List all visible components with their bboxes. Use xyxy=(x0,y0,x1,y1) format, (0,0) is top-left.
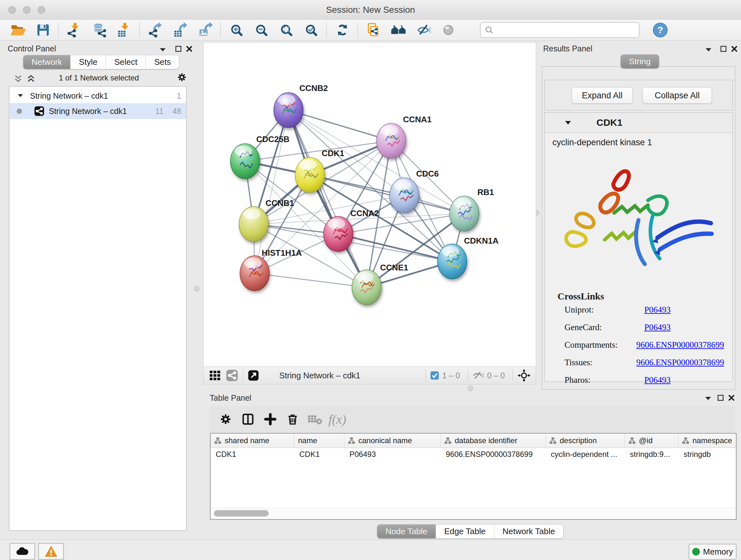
network-options-gear-icon[interactable] xyxy=(176,71,188,83)
string-style-icon[interactable] xyxy=(226,369,238,381)
import-table-from-file-button[interactable] xyxy=(112,20,137,40)
new-network-from-selection-button[interactable] xyxy=(361,20,386,40)
crosslink-link[interactable]: 9606.ENSP00000378699 xyxy=(636,340,724,350)
tab-node-table[interactable]: Node Table xyxy=(377,524,436,538)
save-session-button[interactable] xyxy=(30,20,56,40)
open-session-button[interactable] xyxy=(6,20,30,40)
table-hscrollbar[interactable] xyxy=(211,508,735,518)
zoom-in-button[interactable] xyxy=(224,20,249,40)
tab-style[interactable]: Style xyxy=(71,55,106,69)
tab-select[interactable]: Select xyxy=(106,55,146,69)
column-header-namespace[interactable]: namespace xyxy=(678,434,737,448)
delete-column-trash-icon[interactable] xyxy=(281,408,304,430)
results-panel-float-icon[interactable] xyxy=(720,45,727,52)
edge-CCNB2-CCNE1[interactable] xyxy=(288,110,367,287)
node-CDKN1A[interactable] xyxy=(437,244,467,279)
export-image-button[interactable] xyxy=(193,20,218,40)
control-panel-close-icon[interactable] xyxy=(186,45,193,52)
table-cell[interactable]: CDK1 xyxy=(294,448,344,461)
table-cell[interactable]: P06493 xyxy=(344,448,441,461)
column-header-description[interactable]: description xyxy=(546,434,625,448)
hidden-eye-icon[interactable] xyxy=(472,371,484,380)
table-cell[interactable]: 9606.ENSP00000378699 xyxy=(441,448,546,461)
tab-edge-table[interactable]: Edge Table xyxy=(436,524,494,538)
table-cell[interactable]: CDK1 xyxy=(211,448,294,461)
show-columns-icon[interactable] xyxy=(237,408,259,430)
table-panel-float-icon[interactable] xyxy=(717,394,724,401)
results-panel-close-icon[interactable] xyxy=(731,45,738,52)
open-in-new-window-icon[interactable] xyxy=(247,369,259,381)
node-CCNA2[interactable] xyxy=(324,216,353,252)
edge-HIST1H1A-CCNE1[interactable] xyxy=(255,273,367,287)
cdk1-section-header[interactable]: CDK1 xyxy=(545,113,732,133)
bottom-splitter-handle[interactable] xyxy=(468,386,473,391)
cloud-status-button[interactable] xyxy=(10,543,35,560)
control-panel-menu-chevron-icon[interactable] xyxy=(159,47,166,52)
edge-CDK1-RB1[interactable] xyxy=(310,175,464,213)
edge-CCNB2-CCNA1[interactable] xyxy=(288,110,391,141)
crosslink-link[interactable]: P06493 xyxy=(644,375,671,385)
export-table-button[interactable] xyxy=(168,20,193,40)
collapse-all-chevrons-icon[interactable] xyxy=(13,74,23,83)
search-input[interactable] xyxy=(496,25,639,35)
column-header--id[interactable]: @id xyxy=(625,434,678,448)
import-network-from-database-button[interactable] xyxy=(87,20,112,40)
node-CCNB1[interactable] xyxy=(239,206,268,242)
birds-eye-grid-icon[interactable] xyxy=(209,369,221,382)
tab-sets[interactable]: Sets xyxy=(146,55,179,69)
table-panel-menu-chevron-icon[interactable] xyxy=(704,396,712,401)
table-cell[interactable]: cyclin-dependent ... xyxy=(546,448,625,461)
node-CDK1[interactable] xyxy=(295,158,325,192)
tree-expand-triangle-icon[interactable] xyxy=(17,94,23,98)
import-network-from-file-button[interactable] xyxy=(62,20,87,40)
results-panel-menu-chevron-icon[interactable] xyxy=(704,47,712,52)
protein-structure-image[interactable] xyxy=(554,151,724,285)
create-column-plus-icon[interactable] xyxy=(259,408,281,430)
column-header-canonical-name[interactable]: canonical name xyxy=(344,434,441,448)
help-button[interactable]: ? xyxy=(648,20,673,40)
table-cell[interactable]: stringdb xyxy=(678,448,737,461)
collapse-all-button[interactable]: Collapse All xyxy=(643,87,712,104)
traffic-light-minimize-button[interactable] xyxy=(23,6,30,14)
network-row-selected[interactable]: String Network – cdk1 11 48 xyxy=(10,103,186,119)
apply-preferred-layout-button[interactable] xyxy=(330,20,355,40)
memory-button[interactable]: Memory xyxy=(689,544,737,560)
zoom-fit-content-button[interactable] xyxy=(274,20,299,40)
crosslink-link[interactable]: P06493 xyxy=(644,305,671,315)
table-settings-gear-icon[interactable] xyxy=(214,408,237,430)
node-HIST1H1A[interactable] xyxy=(240,256,269,291)
crosslink-link[interactable]: 9606.ENSP00000378699 xyxy=(636,358,724,368)
hide-selected-button[interactable] xyxy=(411,20,436,40)
export-network-button[interactable] xyxy=(143,20,168,40)
selected-checkbox-icon[interactable] xyxy=(430,371,439,380)
left-splitter-handle[interactable] xyxy=(194,286,199,292)
table-panel-close-icon[interactable] xyxy=(728,394,735,401)
traffic-light-zoom-button[interactable] xyxy=(38,6,45,14)
node-CCNB2[interactable] xyxy=(274,92,303,128)
expand-all-button[interactable]: Expand All xyxy=(571,87,633,104)
crosslink-link[interactable]: P06493 xyxy=(644,322,671,332)
control-panel-float-icon[interactable] xyxy=(175,45,182,52)
column-header-name[interactable]: name xyxy=(294,434,344,448)
traffic-light-close-button[interactable] xyxy=(8,6,16,14)
table-hscrollbar-thumb[interactable] xyxy=(214,510,269,516)
zoom-out-button[interactable] xyxy=(249,20,274,40)
table-cell[interactable]: stringdb:9... xyxy=(625,448,678,461)
node-CDC25B[interactable] xyxy=(230,144,260,179)
table-row[interactable]: CDK1CDK1P064939606.ENSP00000378699cyclin… xyxy=(211,448,736,461)
fit-selected-crosshair-icon[interactable] xyxy=(517,369,531,382)
network-collection-row[interactable]: String Network – cdk1 1 xyxy=(10,88,186,103)
column-header-shared-name[interactable]: shared name xyxy=(211,434,294,448)
network-canvas[interactable]: CCNB2CCNA1CDC25BCDK1CDC6RB1CCNB1CCNA2CDK… xyxy=(203,42,536,367)
toolbar-search-field[interactable] xyxy=(480,22,639,38)
tab-string[interactable]: String xyxy=(621,55,659,68)
warnings-button[interactable] xyxy=(38,543,64,560)
show-all-button[interactable] xyxy=(436,20,461,40)
node-CDC6[interactable] xyxy=(390,178,419,213)
node-CCNE1[interactable] xyxy=(352,270,381,305)
section-collapse-triangle-icon[interactable] xyxy=(564,120,571,125)
node-CCNA1[interactable] xyxy=(377,123,406,159)
tab-network-table[interactable]: Network Table xyxy=(494,524,563,538)
zoom-selected-button[interactable] xyxy=(299,20,324,40)
node-RB1[interactable] xyxy=(450,196,479,231)
